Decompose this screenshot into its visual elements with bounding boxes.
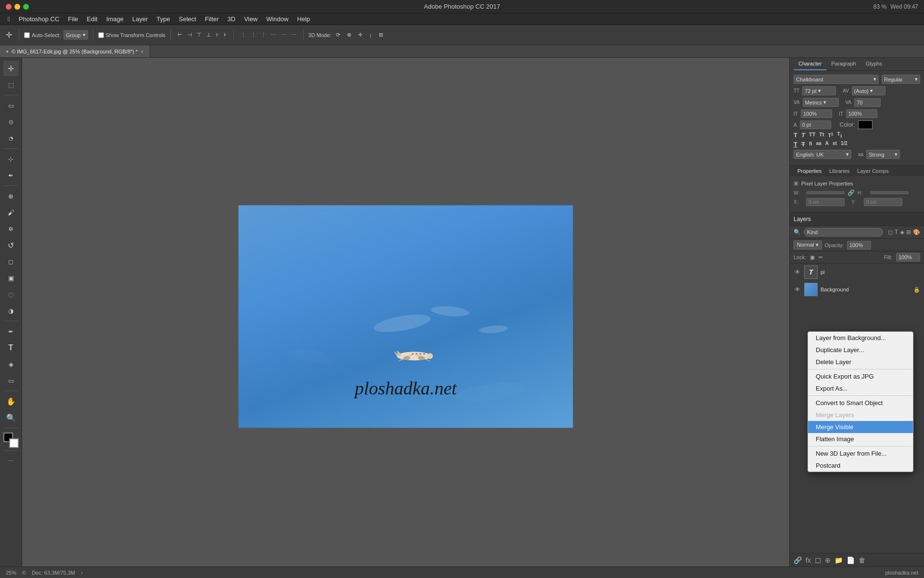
- menu-help[interactable]: Help: [293, 14, 314, 24]
- text-color-swatch[interactable]: [858, 120, 873, 129]
- ctx-layer-from-bg[interactable]: Layer from Background...: [808, 332, 913, 344]
- tab-libraries[interactable]: Libraries: [825, 166, 853, 176]
- hand-tool[interactable]: ✋: [3, 394, 19, 409]
- layer-eye-text[interactable]: 👁: [794, 268, 801, 276]
- rectangle-tool[interactable]: ▭: [3, 373, 19, 388]
- path-select-tool[interactable]: ◈: [3, 356, 19, 372]
- italic-btn[interactable]: T: [801, 131, 805, 139]
- delete-layer-btn[interactable]: 🗑: [859, 556, 865, 564]
- layer-item-bg[interactable]: 👁 Background 🔒: [790, 281, 924, 298]
- zoom-tool[interactable]: 🔍: [3, 410, 19, 425]
- history-brush-tool[interactable]: ↺: [3, 237, 19, 253]
- extras-btn[interactable]: ⋯: [3, 453, 19, 469]
- menu-type[interactable]: Type: [153, 14, 174, 24]
- menu-view[interactable]: View: [240, 14, 261, 24]
- tab-paragraph[interactable]: Paragraph: [826, 58, 860, 70]
- ctx-delete-layer[interactable]: Delete Layer: [808, 356, 913, 368]
- auto-select-checkbox[interactable]: Auto-Select:: [24, 32, 61, 38]
- ctx-convert-smart-object[interactable]: Convert to Smart Object: [808, 397, 913, 409]
- ctx-flatten-image[interactable]: Flatten Image: [808, 433, 913, 445]
- dist-right-btn[interactable]: ⋮: [259, 31, 268, 39]
- 3d-pan-btn[interactable]: ✛: [356, 31, 364, 39]
- background-color[interactable]: [9, 438, 19, 448]
- dist-mid-btn[interactable]: ⋯: [279, 31, 288, 39]
- add-mask-btn[interactable]: ◻: [815, 555, 821, 565]
- text-tool[interactable]: T: [3, 340, 19, 355]
- healing-tool[interactable]: ⊕: [3, 188, 19, 204]
- layer-item-text[interactable]: 👁 T pl: [790, 263, 924, 281]
- y-field[interactable]: 0 cm: [864, 198, 902, 206]
- filter-shape-btn[interactable]: ◈: [900, 229, 904, 236]
- scale-v-field[interactable]: 100%: [846, 109, 877, 118]
- link-icon[interactable]: 🔗: [847, 189, 855, 196]
- fill-field[interactable]: 100%: [896, 253, 920, 262]
- align-left-btn[interactable]: ⊢: [176, 31, 184, 39]
- lock-transparent-btn[interactable]: ▣: [810, 254, 815, 261]
- menu-edit[interactable]: Edit: [83, 14, 101, 24]
- adjustment-layer-btn[interactable]: ⊕: [825, 556, 831, 564]
- tab-close-icon[interactable]: ●: [6, 49, 9, 54]
- menu-filter[interactable]: Filter: [201, 14, 223, 24]
- clone-tool[interactable]: ✲: [3, 221, 19, 236]
- fractional-btn[interactable]: A: [825, 141, 829, 148]
- pen-tool[interactable]: ✒: [3, 324, 19, 339]
- dist-left-btn[interactable]: ⋮: [239, 31, 248, 39]
- align-center-v-btn[interactable]: ⊦: [214, 31, 221, 39]
- smallcaps-btn[interactable]: Tt: [819, 131, 824, 139]
- menu-image[interactable]: Image: [103, 14, 128, 24]
- tracking-field[interactable]: Metrics ▾: [803, 98, 839, 107]
- brush-tool[interactable]: 🖌: [3, 205, 19, 220]
- filter-smart-btn[interactable]: ⊞: [906, 229, 911, 236]
- add-style-btn[interactable]: fx: [806, 556, 811, 564]
- filter-color-btn[interactable]: 🎨: [913, 229, 920, 236]
- x-field[interactable]: 0 cm: [806, 198, 845, 206]
- ctx-duplicate-layer[interactable]: Duplicate Layer...: [808, 344, 913, 356]
- align-right-btn[interactable]: ⊤: [195, 31, 204, 39]
- language-dropdown[interactable]: English: UK ▾: [794, 150, 851, 159]
- menu-apple[interactable]: : [4, 14, 14, 24]
- new-layer-btn[interactable]: 📄: [847, 556, 855, 564]
- dist-bottom-btn[interactable]: ⋯: [289, 31, 298, 39]
- filter-pixel-btn[interactable]: ◻: [888, 229, 893, 236]
- strikethrough-btn[interactable]: T: [801, 141, 805, 148]
- artboard-tool[interactable]: ⬚: [3, 77, 19, 92]
- traffic-lights[interactable]: [6, 4, 29, 10]
- antialias-dropdown[interactable]: Strong ▾: [866, 150, 900, 159]
- dist-top-btn[interactable]: ⋯: [269, 31, 278, 39]
- ctx-postcard[interactable]: Postcard: [808, 460, 913, 472]
- leading-field[interactable]: (Auto) ▾: [852, 86, 886, 95]
- allcaps-btn[interactable]: TT: [809, 131, 815, 139]
- layers-search[interactable]: Kind: [804, 228, 883, 236]
- font-size-field[interactable]: 72 pt ▾: [802, 86, 836, 95]
- eyedropper-tool[interactable]: ✒: [3, 168, 19, 183]
- font-style-dropdown[interactable]: Regular ▾: [882, 75, 920, 84]
- close-button[interactable]: [6, 4, 12, 10]
- ctx-export-as[interactable]: Export As...: [808, 382, 913, 394]
- bold-btn[interactable]: T: [794, 131, 797, 139]
- 3d-rotate-btn[interactable]: ⟳: [334, 31, 342, 39]
- swash-btn[interactable]: 1/2: [841, 141, 847, 148]
- menu-window[interactable]: Window: [262, 14, 292, 24]
- tab-layer-comps[interactable]: Layer Comps: [853, 166, 892, 176]
- 3d-roll-btn[interactable]: ⊕: [345, 31, 353, 39]
- 3d-slide-btn[interactable]: ↕: [367, 31, 374, 39]
- w-field[interactable]: [806, 191, 845, 194]
- tab-character[interactable]: Character: [794, 58, 826, 70]
- 3d-scale-btn[interactable]: ⊞: [377, 31, 385, 39]
- tab-properties[interactable]: Properties: [794, 166, 825, 176]
- subscript-btn[interactable]: T1: [837, 131, 843, 139]
- underline-btn[interactable]: T: [794, 141, 797, 148]
- color-swatches[interactable]: [3, 433, 19, 448]
- blur-tool[interactable]: ◌: [3, 287, 19, 302]
- font-family-dropdown[interactable]: Chalkboard ▾: [794, 75, 879, 84]
- auto-select-dropdown[interactable]: Group ▾: [64, 30, 88, 39]
- crop-tool[interactable]: ⊹: [3, 151, 19, 167]
- tab-close-button[interactable]: ×: [141, 49, 143, 54]
- minimize-button[interactable]: [14, 4, 20, 10]
- align-center-h-btn[interactable]: ⊣: [185, 31, 194, 39]
- opacity-field[interactable]: 100%: [847, 241, 871, 250]
- document-tab[interactable]: ● © IMG_6617-Edit.jpg @ 25% (Background,…: [0, 45, 150, 57]
- maximize-button[interactable]: [23, 4, 29, 10]
- move-tool[interactable]: ✛: [3, 61, 19, 76]
- scale-h-field[interactable]: 100%: [801, 109, 832, 118]
